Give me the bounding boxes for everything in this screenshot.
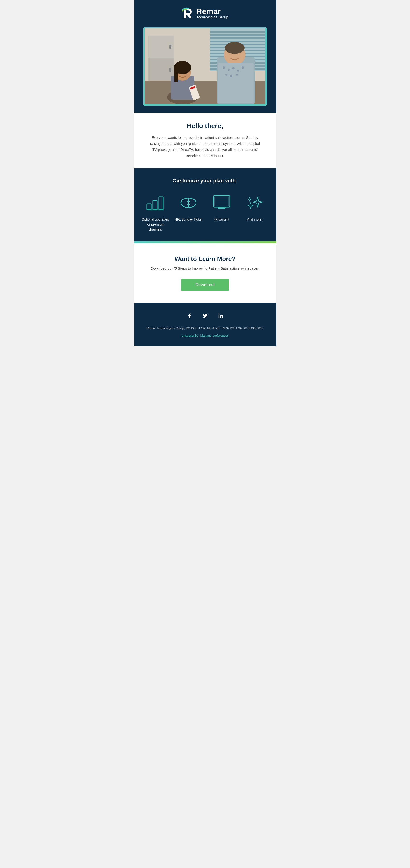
svg-rect-42 [153,200,157,209]
email-container: Remar Technologies Group [134,0,276,345]
feature-4k: 4k content [207,193,236,232]
upgrades-icon [144,193,166,212]
svg-rect-53 [218,207,225,209]
customize-section: Customize your plan with: Optional upgra… [134,168,276,241]
more-label: And more! [247,217,263,222]
hero-image [144,28,266,104]
svg-rect-21 [169,68,171,72]
more-icon [244,193,266,212]
upgrades-label: Optional upgrades for premium channels [141,217,169,232]
logo-subtitle: Technologies Group [197,15,228,19]
hero-section [134,27,276,113]
download-button[interactable]: Download [181,279,229,291]
svg-rect-57 [218,315,219,317]
gradient-divider [134,241,276,243]
svg-point-38 [236,74,238,76]
intro-body: Everyone wants to improve their patient … [148,134,262,159]
logo: Remar Technologies Group [182,7,228,20]
learn-body: Download our "5 Steps to Improving Patie… [148,266,262,270]
svg-point-58 [218,313,219,314]
header: Remar Technologies Group [134,0,276,27]
manage-prefs-link[interactable]: Manage preferences [201,334,229,337]
svg-rect-26 [174,68,178,82]
learn-title: Want to Learn More? [148,255,262,262]
4k-icon [211,193,232,212]
svg-rect-50 [213,196,230,207]
svg-point-37 [230,75,232,77]
svg-point-35 [242,66,244,69]
feature-upgrades: Optional upgrades for premium channels [141,193,169,232]
svg-point-33 [232,67,235,69]
logo-name: Remar [197,8,228,15]
footer-links: Unsubscribe Manage preferences [143,334,267,337]
customize-title: Customize your plan with: [141,178,269,184]
social-icons [143,311,267,320]
svg-rect-20 [169,44,171,49]
linkedin-icon[interactable] [216,311,225,320]
feature-more: And more! [241,193,269,232]
svg-point-36 [226,74,227,76]
features-grid: Optional upgrades for premium channels [141,193,269,232]
svg-point-34 [237,70,239,72]
logo-text: Remar Technologies Group [197,8,228,19]
svg-rect-43 [159,197,163,209]
intro-title: Hello there, [148,122,262,130]
svg-point-31 [223,66,225,69]
nfl-icon [178,193,199,212]
hero-image-container [143,27,267,105]
footer-address: Remar Technologies Group, PO BOX 1787, M… [143,326,267,331]
4k-label: 4k content [214,217,230,222]
remar-logo-icon [182,7,194,20]
svg-rect-51 [214,197,229,206]
svg-point-32 [228,69,230,71]
twitter-icon[interactable] [201,311,209,320]
svg-point-29 [225,42,245,54]
svg-rect-41 [147,204,151,209]
svg-rect-30 [218,63,253,103]
footer: Remar Technologies Group, PO BOX 1787, M… [134,303,276,345]
learn-section: Want to Learn More? Download our "5 Step… [134,243,276,303]
intro-section: Hello there, Everyone wants to improve t… [134,113,276,168]
feature-nfl: NFL Sunday Ticket [174,193,203,232]
nfl-label: NFL Sunday Ticket [174,217,202,222]
facebook-icon[interactable] [185,311,194,320]
unsubscribe-link[interactable]: Unsubscribe [181,334,198,337]
